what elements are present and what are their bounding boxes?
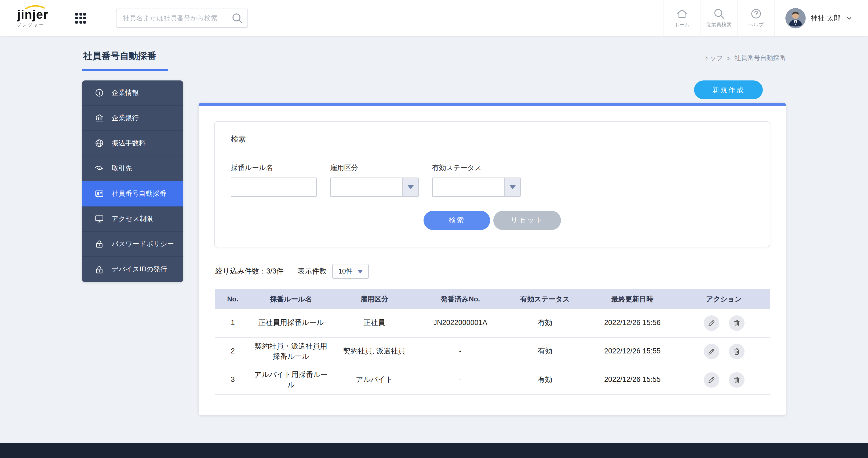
list-controls: 絞り込み件数：3/3件 表示件数 10件: [215, 264, 769, 279]
delete-button[interactable]: [729, 315, 744, 331]
select-arrow: [504, 178, 520, 196]
sidebar-item-label: デバイスIDの発行: [112, 265, 167, 274]
create-row: 新規作成: [198, 80, 786, 99]
col-no: No.: [215, 289, 251, 309]
employment-type-select-value: [331, 178, 402, 196]
trash-icon: [733, 376, 741, 384]
user-menu[interactable]: 神社 太郎: [774, 0, 868, 36]
delete-button[interactable]: [729, 344, 744, 359]
monitor-icon: [94, 214, 104, 224]
page-size-dropdown[interactable]: 10件: [333, 264, 369, 279]
header-search: [116, 8, 248, 28]
triangle-down-icon: [407, 185, 413, 189]
search-button[interactable]: 検索: [424, 211, 490, 230]
cell-status: 有効: [503, 366, 586, 394]
page-size-label: 表示件数: [298, 266, 327, 276]
user-name: 神社 太郎: [811, 13, 841, 23]
select-arrow: [402, 178, 418, 196]
sidebar-item-label: 取引先: [112, 164, 132, 173]
field-employment-type: 雇用区分: [330, 163, 419, 197]
employment-type-select[interactable]: [330, 177, 419, 197]
sidebar-item-label: 企業情報: [112, 88, 139, 97]
cell-rule-name: アルバイト用採番ルール: [251, 366, 331, 394]
cell-actions: [678, 366, 770, 394]
cell-updated-at: 2022/12/26 15:55: [587, 337, 678, 366]
nav-home[interactable]: ホーム: [663, 0, 700, 36]
search-panel-divider: [231, 151, 754, 151]
page-body: 社員番号自動採番 トップ > 社員番号自動採番 企業情報: [0, 36, 868, 443]
breadcrumb: トップ > 社員番号自動採番: [703, 54, 786, 63]
create-new-button[interactable]: 新規作成: [694, 80, 763, 99]
cell-employment-type: 正社員: [331, 309, 417, 337]
search-panel-buttons: 検索 リセット: [231, 211, 754, 230]
table-header-row: No. 採番ルール名 雇用区分 発番済みNo. 有効ステータス 最終更新日時 ア…: [215, 289, 770, 309]
valid-status-select[interactable]: [432, 177, 521, 197]
app-grid-menu-icon[interactable]: [72, 9, 89, 27]
search-fields: 採番ルール名 雇用区分 有効ステータス: [231, 163, 754, 197]
sidebar-item-device-id[interactable]: デバイスIDの発行: [82, 257, 183, 282]
sidebar-item-company-bank[interactable]: 企業銀行: [82, 106, 183, 131]
content-card: 検索 採番ルール名 雇用区分: [198, 103, 786, 415]
cell-employment-type: アルバイト: [331, 366, 417, 394]
nav-employee-search-label: 従業員検索: [706, 22, 732, 28]
sidebar-item-business-partners[interactable]: 取引先: [82, 156, 183, 181]
edit-button[interactable]: [704, 372, 719, 388]
cell-rule-name: 契約社員・派遣社員用採番ルール: [251, 337, 331, 366]
settings-sidebar: 企業情報 企業銀行: [82, 80, 183, 282]
jinjer-logo[interactable]: jinjer ジンジャー: [0, 0, 63, 36]
cell-status: 有効: [503, 309, 586, 337]
col-actions: アクション: [678, 289, 770, 309]
page-size-value: 10件: [338, 267, 353, 276]
sidebar-item-access-restriction[interactable]: アクセス制限: [82, 206, 183, 232]
valid-status-label: 有効ステータス: [432, 163, 521, 173]
pencil-icon: [708, 376, 716, 384]
nav-employee-search[interactable]: 従業員検索: [700, 0, 737, 36]
avatar: [785, 8, 806, 28]
breadcrumb-home[interactable]: トップ: [703, 54, 723, 63]
col-employment-type: 雇用区分: [331, 289, 417, 309]
reset-button[interactable]: リセット: [493, 211, 561, 230]
search-icon[interactable]: [231, 11, 244, 24]
trash-icon: [733, 319, 741, 327]
lock-icon: [94, 239, 104, 249]
employee-search-input[interactable]: [116, 8, 248, 28]
transfer-fee-icon: [94, 138, 104, 148]
sidebar-item-company-info[interactable]: 企業情報: [82, 80, 183, 106]
cell-no: 3: [215, 366, 251, 394]
valid-status-select-value: [433, 178, 504, 196]
search-panel: 検索 採番ルール名 雇用区分: [214, 121, 770, 247]
pencil-icon: [708, 348, 716, 356]
id-card-icon: [94, 189, 104, 198]
sidebar-item-label: パスワードポリシー: [112, 239, 174, 249]
col-rule-name: 採番ルール名: [251, 289, 331, 309]
employment-type-label: 雇用区分: [330, 163, 419, 173]
sidebar-item-password-policy[interactable]: パスワードポリシー: [82, 232, 183, 257]
table-row: 2 契約社員・派遣社員用採番ルール 契約社員, 派遣社員 - 有効 2022/1…: [215, 337, 770, 366]
table-row: 1 正社員用採番ルール 正社員 JN2022000001A 有効 2022/12…: [215, 309, 770, 337]
cell-issued-no: -: [417, 366, 503, 394]
cell-no: 1: [215, 309, 251, 337]
edit-button[interactable]: [704, 344, 719, 359]
cell-actions: [678, 309, 770, 337]
card-accent-bar: [198, 103, 786, 106]
logo-subtitle: ジンジャー: [17, 22, 63, 28]
cell-issued-no: JN2022000001A: [417, 309, 503, 337]
sidebar-item-employee-number-auto[interactable]: 社員番号自動採番: [82, 181, 183, 206]
nav-help-label: ヘルプ: [748, 22, 764, 28]
info-icon: [94, 88, 104, 98]
lock-icon: [94, 265, 104, 274]
nav-help[interactable]: ヘルプ: [737, 0, 774, 36]
cell-employment-type: 契約社員, 派遣社員: [331, 337, 417, 366]
sidebar-item-transfer-fee[interactable]: 振込手数料: [82, 131, 183, 156]
title-row: 社員番号自動採番 トップ > 社員番号自動採番: [82, 50, 786, 71]
search-panel-title: 検索: [231, 135, 754, 144]
main-content: 新規作成 検索 採番ルール名: [198, 80, 786, 415]
rule-name-input[interactable]: [231, 177, 317, 197]
sidebar-item-label: 企業銀行: [112, 113, 139, 123]
delete-button[interactable]: [729, 372, 744, 388]
table-row: 3 アルバイト用採番ルール アルバイト - 有効 2022/12/26 15:5…: [215, 366, 770, 394]
numbering-rules-table: No. 採番ルール名 雇用区分 発番済みNo. 有効ステータス 最終更新日時 ア…: [215, 289, 770, 394]
col-issued-no: 発番済みNo.: [417, 289, 503, 309]
triangle-down-icon: [358, 269, 363, 273]
edit-button[interactable]: [704, 315, 719, 331]
